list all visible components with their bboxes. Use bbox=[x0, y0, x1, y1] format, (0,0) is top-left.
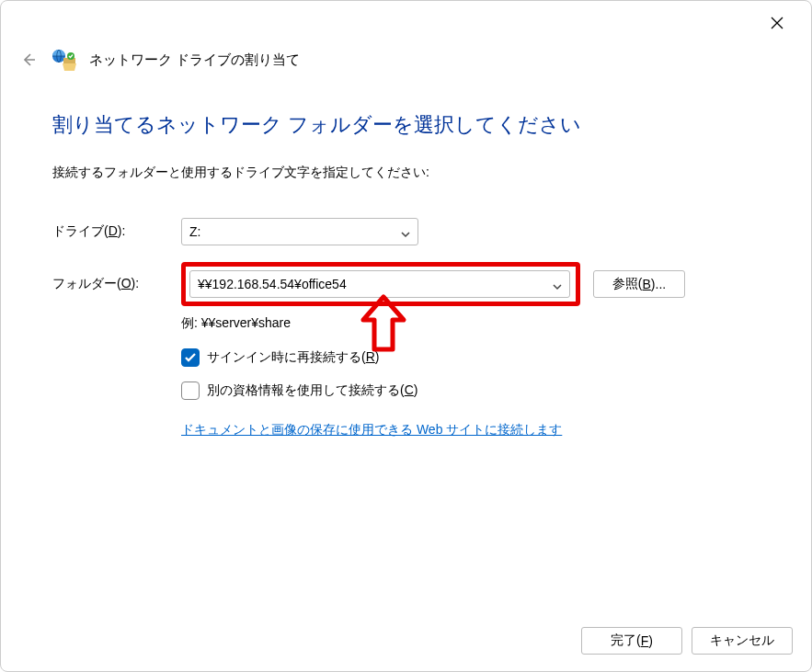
reconnect-checkbox[interactable] bbox=[181, 348, 200, 367]
finish-button[interactable]: 完了(F) bbox=[581, 627, 682, 655]
back-arrow-icon bbox=[20, 51, 37, 68]
folder-value: ¥¥192.168.54.54¥office54 bbox=[198, 277, 347, 291]
close-icon bbox=[771, 17, 783, 29]
chevron-down-icon bbox=[553, 279, 562, 289]
credentials-label: 別の資格情報を使用して接続する(C) bbox=[207, 382, 417, 399]
window-title: ネットワーク ドライブの割り当て bbox=[89, 51, 300, 69]
reconnect-label: サインイン時に再接続する(R) bbox=[207, 349, 379, 366]
network-drive-icon bbox=[51, 47, 76, 73]
drive-value: Z: bbox=[189, 224, 200, 239]
back-button[interactable] bbox=[19, 51, 38, 69]
cancel-button[interactable]: キャンセル bbox=[692, 627, 793, 655]
page-heading: 割り当てるネットワーク フォルダーを選択してください bbox=[52, 111, 774, 139]
drive-select[interactable]: Z: bbox=[181, 218, 418, 245]
credentials-checkbox[interactable] bbox=[181, 382, 200, 400]
close-button[interactable] bbox=[756, 8, 798, 38]
example-text: 例: ¥¥server¥share bbox=[181, 315, 774, 332]
instruction-text: 接続するフォルダーと使用するドライブ文字を指定してください: bbox=[52, 165, 774, 181]
web-connect-link[interactable]: ドキュメントと画像の保存に使用できる Web サイトに接続します bbox=[181, 422, 562, 439]
browse-button[interactable]: 参照(B)... bbox=[593, 270, 685, 298]
folder-combobox[interactable]: ¥¥192.168.54.54¥office54 bbox=[189, 270, 570, 298]
checkmark-icon bbox=[185, 353, 196, 362]
folder-label: フォルダー(O): bbox=[52, 276, 181, 292]
chevron-down-icon bbox=[401, 227, 410, 236]
annotation-highlight: ¥¥192.168.54.54¥office54 bbox=[181, 262, 580, 306]
drive-label: ドライブ(D): bbox=[52, 223, 181, 240]
